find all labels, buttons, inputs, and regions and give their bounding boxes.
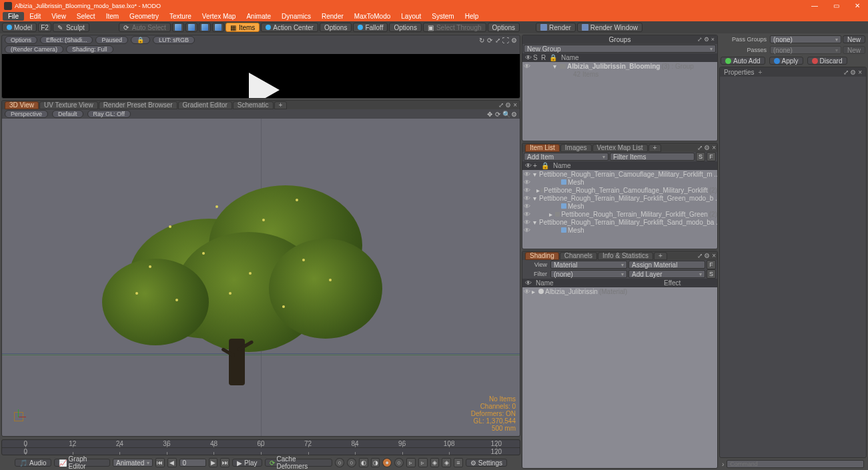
preview-lut[interactable]: LUT: sRGB	[153, 36, 195, 44]
tab-add[interactable]: +	[274, 101, 288, 109]
settings-button[interactable]: ⚙Settings	[466, 459, 507, 467]
refresh-icon[interactable]: ⟳	[486, 37, 493, 43]
graph-editor-button[interactable]: 📈Graph Editor	[54, 459, 110, 467]
options-3[interactable]: Options	[488, 23, 520, 32]
prev-frame-button[interactable]: ◀	[167, 458, 177, 467]
add-item-button[interactable]: Add Item▾	[524, 153, 608, 161]
next-frame-button[interactable]: ▶	[209, 458, 218, 467]
preview-shading[interactable]: Shading: Full	[66, 45, 113, 53]
menu-dynamics[interactable]: Dynamics	[276, 12, 316, 21]
assign-f-button[interactable]: F	[707, 260, 716, 269]
menu-select[interactable]: Select	[71, 12, 101, 21]
eye-icon[interactable]: 👁	[524, 195, 530, 201]
vp-default[interactable]: Default	[52, 110, 83, 118]
tab-add[interactable]: +	[648, 144, 662, 152]
list-item[interactable]: 👁▸Pettibone_Rough_Terrain_Military_Forkl…	[522, 210, 717, 218]
layer-s-button[interactable]: S	[707, 269, 716, 279]
col-r[interactable]: R	[538, 54, 546, 61]
tab-images[interactable]: Images	[560, 144, 592, 152]
key-8[interactable]: ▹	[418, 458, 428, 467]
view-dropdown[interactable]: Material▾	[550, 261, 627, 269]
list-item[interactable]: 👁▾Pettibone_Rough_Terrain_Military_Forkl…	[522, 194, 717, 202]
maximize-button[interactable]: ▭	[825, 0, 847, 11]
arrow-icon[interactable]: ▾	[533, 195, 536, 202]
key-4[interactable]: ◑	[371, 458, 380, 467]
list-item[interactable]: 👁Mesh	[522, 178, 717, 186]
vp-perspective[interactable]: Perspective	[5, 110, 48, 118]
expand-icon[interactable]: ⤢	[697, 37, 703, 43]
filter-items-field[interactable]: Filter Items	[610, 153, 695, 161]
autoselect-button[interactable]: ⟳Auto Select	[119, 23, 171, 32]
assign-material-button[interactable]: Assign Material	[628, 261, 705, 269]
tab-add[interactable]: +	[654, 252, 667, 260]
auto-add-button[interactable]: Auto Add	[721, 57, 765, 65]
menu-geometry[interactable]: Geometry	[124, 12, 164, 21]
arrow-icon[interactable]: ▸	[536, 187, 540, 194]
key-2[interactable]: ○	[347, 458, 356, 467]
render-preview-area[interactable]	[2, 54, 520, 98]
arrow-icon[interactable]: ▾	[533, 219, 536, 226]
tab-itemlist[interactable]: Item List	[525, 144, 560, 152]
eye-icon[interactable]: 👁	[524, 219, 530, 225]
arrow-icon[interactable]: ▸	[549, 211, 554, 218]
key-9[interactable]: ◈	[430, 458, 440, 467]
selmode-3[interactable]	[199, 23, 211, 32]
play-icon[interactable]	[249, 73, 280, 99]
preview-effect[interactable]: Effect: (Shadi...	[40, 36, 93, 44]
preview-lock[interactable]: 🔒	[131, 36, 150, 44]
menu-item[interactable]: Item	[101, 12, 124, 21]
eye-icon[interactable]: 👁	[524, 63, 530, 69]
play-button[interactable]: ▶Play	[232, 459, 262, 467]
command-input[interactable]	[727, 460, 864, 468]
animated-dropdown[interactable]: Animated▾	[113, 459, 153, 467]
list-item[interactable]: 👁▾Pettibone_Rough_Terrain_Camouflage_Mil…	[522, 170, 717, 178]
eye-icon[interactable]: 👁	[524, 288, 530, 295]
tab-renderpreset[interactable]: Render Preset Browser	[99, 101, 177, 109]
eye-icon[interactable]: 👁	[522, 162, 530, 169]
menu-animate[interactable]: Animate	[241, 12, 276, 21]
filter-s-button[interactable]: S	[696, 152, 705, 161]
close-button[interactable]: ✕	[847, 0, 868, 11]
gear-icon[interactable]: ⚙	[510, 111, 517, 117]
selmode-2[interactable]	[185, 23, 197, 32]
expand-icon[interactable]: ▸	[532, 288, 537, 295]
timeline[interactable]: 01224364860728496108120 0120	[1, 439, 520, 455]
tab-infostats[interactable]: Info & Statistics	[598, 252, 653, 260]
options-1[interactable]: Options	[320, 23, 352, 32]
tab-shading[interactable]: Shading	[525, 252, 559, 260]
list-item[interactable]: 👁Mesh	[522, 202, 717, 210]
arrow-icon[interactable]: ▾	[533, 171, 536, 178]
selmode-4[interactable]	[212, 23, 224, 32]
collapse-icon[interactable]: ▾	[553, 63, 558, 70]
options-2[interactable]: Options	[389, 23, 421, 32]
tab-channels[interactable]: Channels	[560, 252, 597, 260]
tab-uvtexture[interactable]: UV Texture View	[39, 101, 98, 109]
eye-icon[interactable]: 👁	[524, 211, 530, 217]
close-icon[interactable]: ×	[710, 37, 716, 43]
pass-groups-dropdown[interactable]: (none)▾	[770, 35, 841, 43]
list-item[interactable]: 👁Mesh	[522, 226, 717, 234]
key-11[interactable]: ≡	[454, 458, 463, 467]
apply-button[interactable]: Apply	[769, 57, 803, 65]
list-item[interactable]: 👁▾Pettibone_Rough_Terrain_Military_Forkl…	[522, 218, 717, 226]
eye-icon[interactable]: 👁	[524, 227, 530, 233]
lock-icon[interactable]: 🔒	[538, 162, 546, 169]
tab-vertexmaplist[interactable]: Vertex Map List	[592, 144, 648, 152]
preview-paused[interactable]: Paused	[95, 36, 128, 44]
viewport-3d[interactable]: No ItemsChannels: 0Deformers: ONGL: 1,37…	[2, 119, 520, 436]
menubar[interactable]: File Edit View Select Item Geometry Text…	[0, 11, 868, 21]
key-5[interactable]: ●	[382, 458, 392, 467]
gear-icon[interactable]: ⚙	[703, 37, 709, 43]
key-10[interactable]: ◈	[442, 458, 451, 467]
cache-deformers-button[interactable]: ⟳Cache Deformers	[265, 459, 333, 467]
menu-vertexmap[interactable]: Vertex Map	[197, 12, 242, 21]
key-6[interactable]: ○	[394, 458, 404, 467]
new-pass-button[interactable]: New	[843, 46, 865, 54]
menu-system[interactable]: System	[426, 12, 459, 21]
render-window-button[interactable]: Render Window	[577, 23, 642, 32]
zoom-icon[interactable]: ⤢	[494, 37, 501, 43]
selmode-1[interactable]	[172, 23, 184, 32]
lock-icon[interactable]: 🔒	[546, 54, 554, 61]
rotate-icon[interactable]: ⟳	[494, 111, 501, 117]
menu-render[interactable]: Render	[316, 12, 349, 21]
